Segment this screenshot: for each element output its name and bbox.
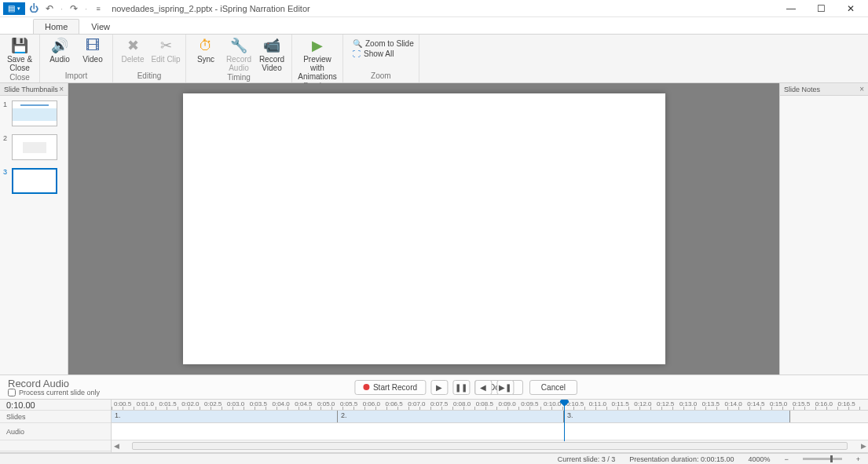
preview-icon: ▶ [312,38,323,55]
ribbon-tabs: Home View [0,17,868,35]
timeline-slide-1[interactable]: 1. [112,411,338,422]
status-bar: Current slide: 3 / 3 Presentation durati… [0,453,868,464]
zoom-group-label: Zoom [371,71,391,81]
title-bar: ▤▾ ⏻ ↶ · ↷ · ≡ novedades_ispring_2.pptx … [0,0,868,17]
ribbon: 💾 Save & Close Close 🔊 Audio 🎞 Video Imp… [0,35,868,83]
stopwatch-icon: ⏱ [199,38,213,55]
zoom-slide-label: Zoom to Slide [365,39,414,48]
slide-thumbnails-panel: Slide Thumbnails × 1 2 3 [0,83,68,374]
save-close-label: Save & Close [5,55,35,72]
process-current-checkbox[interactable]: Process current slide only [8,389,100,396]
thumbs-panel-header: Slide Thumbnails × [0,83,68,96]
slide-canvas [183,93,665,364]
thumb-num: 1 [3,100,9,108]
zoom-slider[interactable] [803,458,842,460]
file-menu-button[interactable]: ▤▾ [3,2,25,15]
cancel-button[interactable]: Cancel [529,380,577,395]
process-current-label: Process current slide only [19,389,100,396]
timeline-audio-label: Audio [0,423,111,440]
zoom-level: 4000% [748,455,770,463]
record-panel: Record Audio Process current slide only … [0,374,868,400]
zoom-in-button[interactable]: + [856,455,860,463]
audio-label: Audio [49,55,70,64]
close-group-label: Close [9,72,30,82]
minimize-button[interactable]: — [783,3,799,14]
delete-button: ✖ Delete [118,36,148,64]
preview-animations-button[interactable]: ▶ Preview with Animations [297,36,338,81]
close-button[interactable]: ✕ [843,3,859,14]
scroll-right-icon[interactable]: ▶ [859,442,868,450]
next-button[interactable]: ▶❚ [496,380,514,395]
show-all-button[interactable]: ⛶ Show All [353,49,394,58]
process-current-input[interactable] [8,389,16,396]
window-title: novedades_ispring_2.pptx - iSpring Narra… [112,4,783,13]
tab-view[interactable]: View [79,19,122,34]
thumb-num: 3 [3,168,9,176]
timeline-slides-row[interactable]: 1. 2. 3. [112,411,868,423]
undo-button[interactable]: ↶ [42,3,57,14]
timeline-track-area[interactable]: 0:00.50:01.00:01.50:02.00:02.50:03.00:03… [112,400,868,452]
thumb-preview [12,168,57,194]
import-video-button[interactable]: 🎞 Video [78,36,108,64]
record-audio-button: 🔧 Record Audio [224,36,254,72]
preview-anim-label: Preview with Animations [297,55,338,81]
thumbs-panel-close[interactable]: × [59,85,64,93]
delete-label: Delete [122,55,145,64]
start-record-button[interactable]: Start Record [354,380,426,395]
sync-button[interactable]: ⏱ Sync [191,36,221,64]
import-audio-button[interactable]: 🔊 Audio [45,36,75,64]
pause-button[interactable]: ❚❚ [452,380,470,395]
timeline-slide-3[interactable]: 3. [564,411,790,422]
mic-wrench-icon: 🔧 [230,38,247,55]
start-record-label: Start Record [373,383,417,392]
redo-button[interactable]: ↷ [67,3,81,14]
slide-thumb-1[interactable]: 1 [3,100,64,126]
notes-panel-title: Slide Notes [784,86,820,93]
video-icon: 🎞 [86,38,100,55]
record-title: Record Audio [8,378,100,389]
audio-icon: 🔊 [51,38,68,55]
show-all-label: Show All [364,49,394,58]
import-group-label: Import [65,71,87,81]
video-label: Video [82,55,102,64]
timeline-ruler[interactable]: 0:00.50:01.00:01.50:02.00:02.50:03.00:03… [112,400,868,411]
timeline-slides-label: Slides [0,411,111,423]
record-video-button[interactable]: 📹 Record Video [257,36,287,72]
show-all-icon: ⛶ [353,49,361,58]
slide-thumb-2[interactable]: 2 [3,134,64,160]
timeline-scrollbar[interactable]: ◀ ▶ [112,440,868,451]
power-icon[interactable]: ⏻ [27,3,41,14]
duration-status: Presentation duration: 0:00:15.00 [629,455,734,463]
record-dot-icon [363,384,369,390]
record-audio-label: Record Audio [224,55,254,72]
prev-button[interactable]: ◀ [474,380,492,395]
timeline-time: 0:10.00 [0,400,111,411]
thumb-num: 2 [3,134,9,142]
edit-clip-label: Edit Clip [151,55,180,64]
sync-label: Sync [197,55,214,64]
timeline-playhead[interactable] [564,400,565,441]
editing-group-label: Editing [137,71,162,81]
maximize-button[interactable]: ☐ [813,3,829,14]
tab-home[interactable]: Home [33,19,79,34]
play-button[interactable]: ▶ [430,380,448,395]
zoom-to-slide-button[interactable]: 🔍 Zoom to Slide [353,39,414,48]
delete-icon: ✖ [127,38,139,55]
timeline: 0:10.00 Slides Audio 0:00.50:01.00:01.50… [0,400,868,453]
notes-panel-close[interactable]: × [859,85,864,93]
current-slide-status: Current slide: 3 / 3 [558,455,616,463]
record-video-label: Record Video [257,55,287,72]
thumbs-panel-title: Slide Thumbnails [4,86,58,93]
timeline-slide-2[interactable]: 2. [338,411,564,422]
scroll-left-icon[interactable]: ◀ [112,442,121,450]
canvas-area [68,83,779,374]
save-close-button[interactable]: 💾 Save & Close [5,36,35,72]
workspace: Slide Thumbnails × 1 2 3 Slide Notes × [0,83,868,374]
slide-thumb-3[interactable]: 3 [3,168,64,194]
zoom-out-button[interactable]: − [784,455,788,463]
timing-group-label: Timing [227,72,251,82]
timeline-audio-row[interactable] [112,423,868,440]
qat-customize[interactable]: ≡ [91,5,105,13]
thumb-preview [12,100,57,126]
magnify-slide-icon: 🔍 [353,39,362,48]
